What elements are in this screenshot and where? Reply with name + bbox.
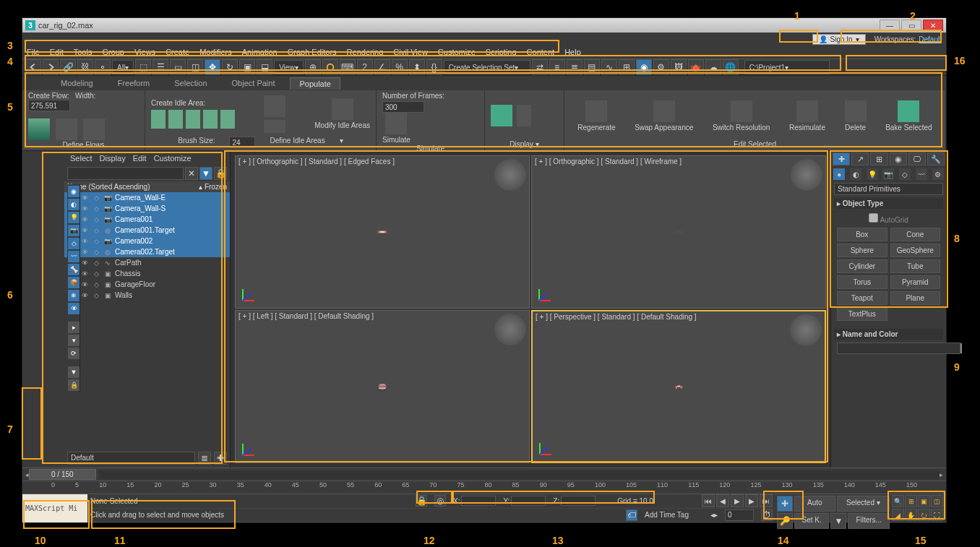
- tab-populate[interactable]: Populate: [290, 77, 340, 90]
- select-scale-button[interactable]: ▣: [239, 59, 255, 75]
- motion-tab[interactable]: ◉: [890, 152, 907, 165]
- viewport-top[interactable]: [ + ] [ Orthographic ] [ Standard ] [ Ed…: [235, 155, 530, 309]
- menu-graph-editors[interactable]: Graph Editors: [288, 48, 337, 56]
- tab-modeling[interactable]: Modeling: [51, 77, 103, 90]
- simulate-button[interactable]: Simulate: [382, 113, 411, 144]
- prim-pyramid-button[interactable]: Pyramid: [890, 275, 941, 289]
- se-toggle-space-icon[interactable]: 〰: [68, 251, 79, 262]
- link-button[interactable]: 🔗: [60, 59, 76, 75]
- se-menu-edit[interactable]: Edit: [133, 154, 147, 163]
- snap-angle-button[interactable]: ∠: [374, 59, 390, 75]
- undo-button[interactable]: [25, 59, 41, 75]
- name-color-rollout[interactable]: ▸ Name and Color: [834, 329, 943, 340]
- prim-box-button[interactable]: Box: [837, 228, 887, 241]
- bind-button[interactable]: ⚬: [95, 59, 111, 75]
- select-place-button[interactable]: ⬓: [257, 59, 272, 75]
- viewcube[interactable]: [494, 159, 526, 191]
- search-lock-icon[interactable]: 🔒: [214, 167, 227, 180]
- viewcube[interactable]: [791, 159, 822, 191]
- pivot-button[interactable]: ⊕: [305, 59, 321, 75]
- render-setup-button[interactable]: ⚙: [653, 59, 669, 75]
- scene-item[interactable]: ▸👁◇▣Chassis: [64, 268, 230, 279]
- name-column-header[interactable]: Name (Sorted Ascending): [67, 183, 199, 191]
- se-toggle-container-icon[interactable]: 📦: [68, 277, 79, 288]
- display-person-button[interactable]: [491, 105, 512, 126]
- freeze-icon[interactable]: ◇: [92, 204, 100, 213]
- se-collapse-icon[interactable]: ▾: [68, 335, 79, 346]
- next-frame-button[interactable]: ▶: [745, 494, 758, 507]
- brush-spinner[interactable]: 24: [229, 137, 255, 148]
- project-dropdown[interactable]: C:\Project1 ▾: [744, 60, 830, 74]
- flow-path-icon[interactable]: [83, 119, 105, 140]
- select-name-button[interactable]: ☰: [152, 59, 168, 75]
- frozen-column-header[interactable]: ▴ Frozen: [199, 183, 227, 191]
- numframes-spinner[interactable]: 300: [382, 101, 424, 113]
- visibility-icon[interactable]: 👁: [80, 204, 89, 213]
- coord-x-input[interactable]: [461, 496, 496, 506]
- tab-freeform[interactable]: Freeform: [108, 77, 160, 90]
- layer-manager-icon[interactable]: ≣: [198, 452, 211, 465]
- se-toggle-bone-icon[interactable]: 🦴: [68, 264, 79, 275]
- viewport-label[interactable]: [ + ] [ Orthographic ] [ Standard ] [ Ed…: [238, 158, 395, 165]
- se-toggle-geom-icon[interactable]: ◉: [68, 186, 79, 197]
- idle-area-shape-icon[interactable]: [264, 95, 285, 117]
- swap-button[interactable]: Swap Appearance: [635, 100, 693, 132]
- add-time-tag-button[interactable]: Add Time Tag: [645, 511, 689, 519]
- fov-button[interactable]: ◢: [892, 509, 904, 521]
- select-button[interactable]: ⬚: [135, 59, 151, 75]
- viewport-side[interactable]: [ + ] [ Orthographic ] [ Standard ] [ Wi…: [531, 155, 826, 309]
- prim-cylinder-button[interactable]: Cylinder: [837, 259, 887, 273]
- se-menu-select[interactable]: Select: [70, 154, 93, 163]
- scene-item[interactable]: 👁◇▣GarageFloor: [64, 279, 230, 290]
- freeze-icon[interactable]: ◇: [92, 237, 100, 246]
- visibility-icon[interactable]: 👁: [80, 226, 89, 235]
- key-mode-icon[interactable]: 🔑: [777, 513, 793, 529]
- time-ruler[interactable]: 0510152025303540455055606570758085909510…: [22, 481, 946, 494]
- snap-2d-button[interactable]: 2: [357, 59, 373, 75]
- viewport-front[interactable]: [ + ] [ Left ] [ Standard ] [ Default Sh…: [235, 310, 530, 463]
- se-toggle-frozen-icon[interactable]: ❄: [68, 290, 79, 301]
- layer-new-icon[interactable]: ✚: [214, 452, 227, 465]
- se-toggle-shapes-icon[interactable]: ◐: [68, 199, 79, 210]
- prim-teapot-button[interactable]: Teapot: [837, 291, 887, 305]
- freeze-icon[interactable]: ◇: [92, 291, 100, 300]
- se-toggle-lights-icon[interactable]: 💡: [68, 212, 79, 223]
- switch-button[interactable]: Switch Resolution: [713, 100, 770, 132]
- freeze-icon[interactable]: ◇: [92, 270, 100, 278]
- menu-scripting[interactable]: Scripting: [486, 48, 517, 56]
- render-button[interactable]: 🫖: [688, 59, 704, 75]
- scene-item[interactable]: 👁◇▣Walls: [64, 290, 230, 301]
- set-key-big-button[interactable]: ✚: [777, 496, 793, 512]
- menu-customize[interactable]: Customize: [438, 48, 476, 56]
- se-menu-display[interactable]: Display: [100, 154, 126, 163]
- menu-rendering[interactable]: Rendering: [347, 48, 384, 56]
- visibility-icon[interactable]: 👁: [80, 194, 89, 202]
- isolate-icon[interactable]: ◎: [434, 495, 446, 507]
- viewcube[interactable]: [494, 314, 526, 345]
- schematic-button[interactable]: ⊞: [619, 59, 635, 75]
- menu-content[interactable]: Content: [527, 48, 555, 56]
- manipulate-button[interactable]: [322, 59, 338, 75]
- flow-people-icon[interactable]: [28, 119, 50, 140]
- prim-plane-button[interactable]: Plane: [890, 291, 941, 305]
- selection-lock-icon[interactable]: 🔒: [416, 495, 427, 507]
- search-filter-icon[interactable]: ▼: [199, 167, 212, 180]
- named-selection-dropdown[interactable]: Create Selection Set ▾: [444, 60, 530, 74]
- set-key-button[interactable]: Set K.: [794, 513, 829, 529]
- display-tab[interactable]: 🖵: [908, 152, 926, 165]
- prim-tube-button[interactable]: Tube: [890, 259, 941, 273]
- se-menu-customize[interactable]: Customize: [154, 154, 192, 163]
- flow-ramp-icon[interactable]: [56, 119, 77, 140]
- visibility-icon[interactable]: 👁: [80, 280, 89, 289]
- minmax-button[interactable]: ⛶: [931, 509, 943, 521]
- visibility-icon[interactable]: 👁: [80, 215, 89, 224]
- keyboard-shortcut-button[interactable]: ⌨: [340, 59, 356, 75]
- sub-systems-icon[interactable]: ⚙: [932, 168, 944, 180]
- freeze-icon[interactable]: ◇: [92, 226, 100, 235]
- freeze-icon[interactable]: ◇: [92, 248, 100, 257]
- snap-percent-button[interactable]: %: [392, 59, 408, 75]
- idle-person-5-icon[interactable]: [220, 110, 235, 129]
- scene-item[interactable]: 👁◇📷Camera_Wall-E: [64, 192, 230, 203]
- sub-geometry-icon[interactable]: ●: [833, 168, 845, 180]
- menu-help[interactable]: Help: [564, 48, 581, 56]
